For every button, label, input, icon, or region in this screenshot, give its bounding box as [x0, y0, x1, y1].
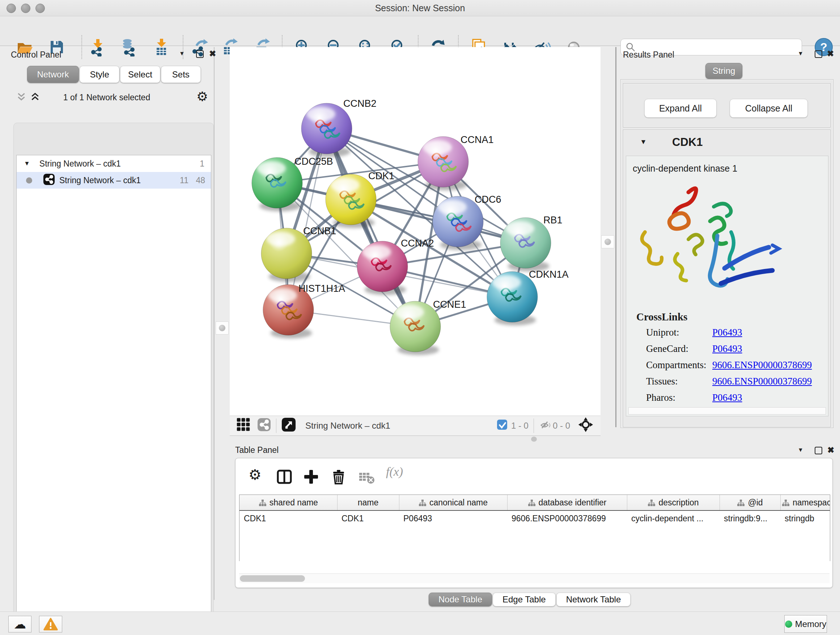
crosslink-label: Uniprot:	[646, 327, 679, 338]
results-splitter-line[interactable]	[615, 47, 616, 427]
results-scrollbar[interactable]	[628, 407, 826, 415]
node-label-CCNE1: CCNE1	[433, 299, 466, 310]
selected-node-edge-count: 1 - 0	[511, 421, 529, 431]
tab-style[interactable]: Style	[80, 66, 119, 83]
table-row[interactable]: CDK1CDK1P064939606.ENSP00000378699cyclin…	[240, 510, 830, 526]
gene-details: cyclin-dependent kinase 1 CrossLinks Uni…	[626, 156, 829, 416]
table-cell[interactable]: 9606.ENSP00000378699	[507, 510, 627, 526]
function-builder-icon: f(x)	[386, 465, 403, 478]
warnings-button[interactable]	[39, 616, 62, 632]
table-cell[interactable]: CDK1	[337, 510, 399, 526]
network-row[interactable]: String Network – cdk1 11 48	[17, 172, 211, 188]
tab-edge-table[interactable]: Edge Table	[493, 593, 556, 606]
node-label-CCNA1: CCNA1	[461, 134, 494, 145]
birds-eye-crosshair-icon[interactable]	[578, 417, 593, 434]
crosslink-link[interactable]: 9606.ENSP00000378699	[712, 359, 812, 371]
node-CCNA2[interactable]	[357, 241, 408, 295]
column-header-description[interactable]: description	[627, 495, 720, 510]
window-title: Session: New Session	[0, 3, 840, 13]
tab-string[interactable]: String	[706, 63, 742, 79]
show-columns-icon[interactable]	[276, 469, 293, 486]
column-header-database-identifier[interactable]: database identifier	[507, 495, 627, 510]
edge-count: 48	[196, 176, 205, 185]
network-collection-row[interactable]: ▼ String Network – cdk1 1	[17, 155, 211, 172]
table-horizontal-scrollbar[interactable]	[239, 573, 829, 583]
tab-select[interactable]: Select	[120, 66, 160, 83]
scrollbar-thumb[interactable]	[240, 575, 305, 582]
collapse-panel-icon[interactable]: ▼	[179, 50, 185, 57]
table-cell[interactable]: CDK1	[240, 510, 337, 526]
column-header-canonical-name[interactable]: canonical name	[399, 495, 507, 510]
node-label-CCNA2: CCNA2	[401, 238, 434, 249]
node-label-CDK1: CDK1	[368, 171, 394, 181]
tab-network[interactable]: Network	[27, 66, 79, 83]
results-panel-title: Results Panel	[623, 50, 674, 60]
application-window: Session: New Session	[0, 0, 840, 635]
bottom-splitter-handle[interactable]	[531, 437, 537, 442]
crosslink-link[interactable]: P06493	[712, 343, 742, 355]
collapse-panel-icon[interactable]: ▼	[798, 447, 804, 453]
title-bar: Session: New Session	[0, 0, 840, 16]
float-panel-icon[interactable]	[815, 447, 822, 454]
memory-button[interactable]: Memory	[784, 615, 827, 633]
close-panel-icon[interactable]: ✖	[827, 446, 834, 454]
hidden-eye-icon[interactable]	[539, 418, 553, 434]
selected-checkbox[interactable]	[497, 419, 508, 432]
crosslink-link[interactable]: 9606.ENSP00000378699	[712, 376, 812, 387]
column-header-namespace[interactable]: namespace	[780, 495, 830, 510]
table-cell[interactable]: cyclin-dependent ...	[627, 510, 720, 526]
network-options-gear-icon[interactable]: ⚙	[196, 89, 208, 104]
crosslink-label: GeneCard:	[646, 343, 688, 354]
warning-icon	[43, 617, 58, 631]
table-cell[interactable]: P06493	[399, 510, 507, 526]
close-panel-icon[interactable]: ✖	[209, 50, 216, 58]
cloud-icon: ☁	[14, 617, 26, 631]
node-label-HIST1H1A: HIST1H1A	[298, 283, 345, 294]
tab-network-table[interactable]: Network Table	[556, 593, 631, 606]
collapse-panel-icon[interactable]: ▼	[798, 50, 804, 57]
delete-column-icon[interactable]	[330, 469, 347, 486]
string-view-icon[interactable]	[257, 418, 271, 434]
tab-sets[interactable]: Sets	[161, 66, 201, 83]
column-header-name[interactable]: name	[337, 495, 399, 510]
table-cell[interactable]: stringdb:9...	[720, 510, 780, 526]
column-header-@id[interactable]: @id	[720, 495, 780, 510]
network-canvas[interactable]: CCNB2CCNA1CDC25BCDK1CDC6RB1CCNB1CCNA2CDK…	[230, 47, 600, 416]
expand-all-button[interactable]: Expand All	[644, 99, 717, 118]
cloud-button[interactable]: ☁	[8, 616, 32, 632]
left-splitter-handle[interactable]	[216, 321, 229, 334]
edge-CCNB2-CCNE1[interactable]	[327, 128, 415, 326]
delete-table-icon	[358, 469, 375, 486]
float-panel-icon[interactable]	[196, 50, 204, 58]
table-panel-title: Table Panel	[235, 445, 279, 455]
network-view-toolbar: String Network – cdk1 1 - 0 0 - 0	[230, 416, 600, 436]
tree-expander-icon[interactable]: ▼	[24, 160, 30, 167]
collapse-all-networks-icon[interactable]	[16, 92, 27, 103]
statusbar-separator	[534, 418, 534, 433]
node-label-CDC6: CDC6	[475, 194, 501, 205]
crosslink-link[interactable]: P06493	[712, 327, 742, 338]
control-panel-title: Control Panel	[11, 50, 61, 60]
node-CDK1[interactable]	[325, 174, 376, 228]
tab-node-table[interactable]: Node Table	[429, 593, 492, 606]
create-column-icon[interactable]	[303, 469, 319, 486]
crosslink-link[interactable]: P06493	[712, 392, 742, 403]
crosslink-label: Compartments:	[646, 359, 706, 371]
crosslink-label: Pharos:	[646, 392, 676, 403]
column-header-shared-name[interactable]: shared name	[240, 495, 337, 510]
collapse-all-button[interactable]: Collapse All	[729, 99, 808, 118]
expand-all-networks-icon[interactable]	[30, 92, 40, 103]
table-options-gear-icon[interactable]: ⚙	[248, 466, 262, 483]
network-view-title: String Network – cdk1	[305, 421, 390, 431]
gene-section-expander-icon[interactable]: ▼	[640, 138, 647, 146]
detach-view-icon[interactable]	[281, 417, 296, 434]
status-bar: ☁ Memory	[0, 611, 840, 635]
float-panel-icon[interactable]	[815, 50, 822, 58]
node-count: 11	[180, 176, 188, 185]
grid-view-icon[interactable]	[236, 417, 251, 434]
close-panel-icon[interactable]: ✖	[827, 50, 834, 58]
table-cell[interactable]: stringdb	[780, 510, 830, 526]
crosslink-row: Tissues:9606.ENSP00000378699	[646, 376, 678, 387]
node-RB1[interactable]	[500, 218, 551, 272]
right-splitter-handle[interactable]	[601, 235, 614, 249]
